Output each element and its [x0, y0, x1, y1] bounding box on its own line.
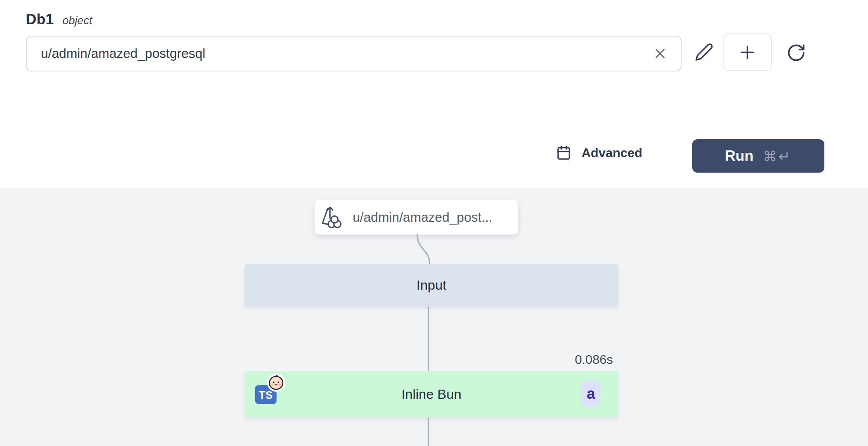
calendar-icon — [556, 145, 571, 160]
field-header: Db1 object — [26, 11, 92, 28]
field-label: Db1 — [26, 11, 54, 28]
advanced-label: Advanced — [582, 146, 642, 160]
run-label: Run — [725, 148, 753, 164]
resource-path-value: u/admin/amazed_postgresql — [41, 46, 651, 61]
step-duration: 0.086s — [575, 352, 613, 367]
resource-path-input[interactable]: u/admin/amazed_postgresql — [26, 36, 682, 71]
flow-test-panel: Db1 object u/admin/amazed_postgresql — [0, 0, 868, 446]
close-icon — [652, 46, 668, 62]
cmd-enter-shortcut: ⌘↵ — [763, 148, 791, 164]
plus-icon — [737, 42, 757, 62]
field-type-label: object — [63, 14, 92, 27]
resource-schema-icon — [321, 205, 344, 230]
pencil-icon — [695, 42, 714, 62]
refresh-icon — [786, 43, 806, 63]
edit-resource-button[interactable] — [692, 40, 716, 64]
clear-resource-button[interactable] — [651, 44, 670, 63]
flow-node-inline-bun[interactable]: TS Inline Bun a — [245, 371, 618, 417]
bun-node-label: Inline Bun — [401, 386, 461, 402]
run-button[interactable]: Run ⌘↵ — [692, 139, 824, 173]
refresh-resource-button[interactable] — [785, 41, 808, 64]
flow-node-input[interactable]: Input — [245, 264, 618, 306]
baby-emoji-icon — [267, 373, 285, 392]
resource-chip[interactable]: u/admin/amazed_post... — [315, 200, 518, 235]
resource-chip-label: u/admin/amazed_post... — [353, 210, 492, 225]
input-node-label: Input — [417, 277, 447, 293]
step-id-badge: a — [581, 381, 601, 407]
advanced-run-button[interactable]: Advanced — [556, 140, 642, 166]
add-resource-button[interactable] — [723, 33, 772, 71]
